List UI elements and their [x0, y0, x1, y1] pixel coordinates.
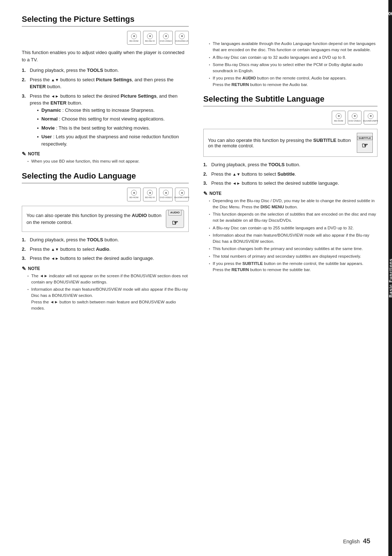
section-picture-settings: Selecting the Picture Settings BD-ROM BD…: [22, 15, 189, 165]
audio-step-1: During playback, press the TOOLS button.: [22, 236, 189, 244]
audio-step-3: Press the ◄► buttons to select the desir…: [22, 255, 189, 262]
audio-right-note-3: Some Blu-ray Discs may allow you to sele…: [209, 62, 377, 74]
page-container: Selecting the Picture Settings BD-ROM BD…: [0, 0, 392, 556]
audio-remote-button: AUDIO ☞: [166, 210, 184, 228]
note-icon-audio: ✎: [22, 266, 26, 271]
subtitle-note-6: The total numbers of primary and seconda…: [209, 253, 377, 259]
audio-note: ✎ NOTE The ◄► indicator will not appear …: [22, 266, 189, 312]
section-divider: [22, 26, 189, 26]
audio-right-note-2: A Blu-ray Disc can contain up to 32 audi…: [209, 54, 377, 61]
option-normal: Normal : Choose this setting for most vi…: [37, 115, 189, 123]
section-audio-language: Selecting the Audio Language BD-ROM BD-R…: [22, 171, 189, 311]
section-subtitle-language: Selecting the Subtitle Language BD-ROM D…: [203, 94, 377, 273]
disc-icon-bdrom-audio: BD-ROM: [127, 188, 141, 201]
side-tab: 06 Basic Functions: [388, 0, 392, 556]
subtitle-remote-button: SUBTITLE ☞: [357, 133, 373, 153]
disc-icon-bdrom-sub: BD-ROM: [332, 111, 346, 124]
note-title-audio: ✎ NOTE: [22, 266, 189, 271]
right-column: The languages available through the Audi…: [200, 15, 377, 541]
subtitle-note-list: Depending on the Blu-ray Disc / DVD, you…: [203, 198, 377, 273]
subtitle-steps: During playback, press the TOOLS button.…: [203, 161, 377, 187]
subtitle-note-2: This function depends on the selection o…: [209, 211, 377, 224]
disc-icons-picture: BD-ROM BD-RE/-R DVD-VIDEO DVD±RW/+R: [22, 31, 189, 45]
disc-icon-dvdvideo-audio: DVD-VIDEO: [159, 188, 173, 201]
left-column: Selecting the Picture Settings BD-ROM BD…: [22, 15, 200, 541]
audio-function-text: You can also operate this function by pr…: [26, 212, 166, 226]
chapter-title: Basic Functions: [388, 258, 392, 298]
option-user: User : Lets you adjust the sharpness and…: [37, 133, 189, 147]
disc-icon-bdre: BD-RE/-R: [143, 31, 157, 45]
note-icon: ✎: [22, 151, 26, 157]
subtitle-note-1: Depending on the Blu-ray Disc / DVD, you…: [209, 198, 377, 210]
audio-function-box: You can also operate this function by pr…: [22, 206, 189, 232]
disc-icons-audio: BD-ROM BD-RE/-R DVD-VIDEO DivX/MKV/MP4: [22, 188, 189, 201]
section-divider-subtitle: [203, 106, 377, 106]
audio-right-note-list: The languages available through the Audi…: [203, 41, 377, 88]
disc-icon-divx-audio: DivX/MKV/MP4: [175, 188, 189, 201]
step-3: Press the ◄► buttons to select the desir…: [22, 93, 189, 148]
subtitle-step-2: Press the ▲▼ buttons to select Subtitle.: [203, 171, 377, 178]
disc-icon-bdrom: BD-ROM: [127, 31, 141, 45]
disc-icon-divx-sub: DivX/MKV/MP4: [364, 111, 377, 124]
main-content: Selecting the Picture Settings BD-ROM BD…: [0, 0, 388, 556]
page-number: 45: [363, 537, 370, 545]
audio-note-list: The ◄► indicator will not appear on the …: [22, 273, 189, 312]
section-title-audio: Selecting the Audio Language: [22, 171, 189, 181]
picture-note-item-1: When you use BD wise function, this menu…: [28, 158, 189, 164]
subtitle-note-3: A Blu-ray Disc can contain up to 255 sub…: [209, 225, 377, 231]
subtitle-function-box: You can also operate this function by pr…: [203, 129, 377, 157]
note-title-picture: ✎ NOTE: [22, 151, 189, 157]
section-title-picture: Selecting the Picture Settings: [22, 15, 189, 24]
section-title-subtitle: Selecting the Subtitle Language: [203, 94, 377, 104]
audio-step-2: Press the ▲▼ buttons to select Audio.: [22, 246, 189, 253]
audio-right-note-4: If you press the AUDIO button on the rem…: [209, 75, 377, 88]
picture-note: ✎ NOTE When you use BD wise function, th…: [22, 151, 189, 164]
chapter-number: 06: [388, 11, 392, 16]
language-label: English: [343, 539, 360, 544]
note-icon-subtitle: ✎: [203, 191, 208, 196]
option-movie: Movie : This is the best setting for wat…: [37, 124, 189, 132]
audio-continued-notes: The languages available through the Audi…: [203, 41, 377, 88]
picture-intro: This function enables you to adjust vide…: [22, 49, 189, 63]
subtitle-step-1: During playback, press the TOOLS button.: [203, 161, 377, 168]
subtitle-step-3: Press the ◄► buttons to select the desir…: [203, 180, 377, 187]
audio-note-item-2: Information about the main feature/BONUS…: [28, 286, 189, 311]
disc-icon-dvdrw: DVD±RW/+R: [175, 31, 189, 45]
step-2: Press the ▲▼ buttons to select Picture S…: [22, 76, 189, 90]
option-dynamic: Dynamic : Choose this setting to increas…: [37, 107, 189, 114]
step-1: During playback, press the TOOLS button.: [22, 67, 189, 74]
disc-icons-subtitle: BD-ROM DVD-VIDEO DivX/MKV/MP4: [203, 111, 377, 124]
note-title-subtitle: ✎ NOTE: [203, 191, 377, 196]
picture-steps: During playback, press the TOOLS button.…: [22, 67, 189, 147]
disc-icon-dvdvideo: DVD-VIDEO: [159, 31, 173, 45]
subtitle-note-4: Information about the main feature/BONUS…: [209, 232, 377, 245]
subtitle-note-7: If you press the SUBTITLE button on the …: [209, 261, 377, 273]
audio-right-note-1: The languages available through the Audi…: [209, 41, 377, 53]
subtitle-function-text: You can also operate this function by pr…: [208, 138, 357, 148]
section-divider-audio: [22, 183, 189, 183]
page-footer: English 45: [343, 537, 370, 545]
picture-options: Dynamic : Choose this setting to increas…: [30, 107, 189, 148]
audio-note-item-1: The ◄► indicator will not appear on the …: [28, 273, 189, 286]
subtitle-note: ✎ NOTE Depending on the Blu-ray Disc / D…: [203, 191, 377, 273]
disc-icon-dvdvideo-sub: DVD-VIDEO: [348, 111, 362, 124]
disc-icon-bdre-audio: BD-RE/-R: [143, 188, 157, 201]
subtitle-note-5: This function changes both the primary a…: [209, 246, 377, 252]
picture-note-list: When you use BD wise function, this menu…: [22, 158, 189, 164]
audio-steps: During playback, press the TOOLS button.…: [22, 236, 189, 262]
